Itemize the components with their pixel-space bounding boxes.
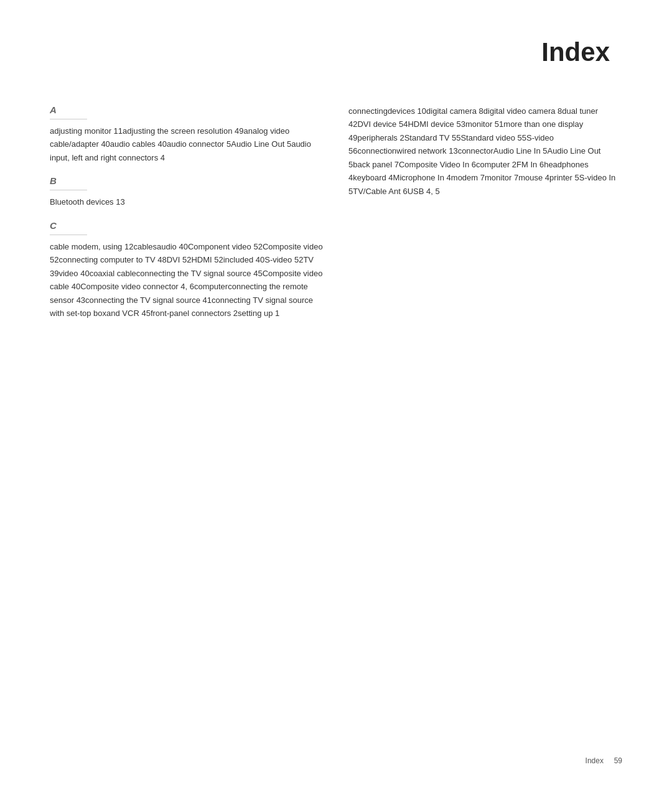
index-entry: included 40	[223, 255, 265, 264]
index-entry: computer 2	[476, 160, 516, 169]
index-entry: printer 5	[549, 173, 579, 182]
index-entry: and VCR 45	[106, 309, 151, 318]
index-entry: monitor 51	[465, 119, 503, 129]
index-entry: connecting the TV signal source 41	[85, 295, 212, 305]
section-letter: C	[50, 220, 324, 231]
index-section: Aadjusting monitor 11adjusting the scree…	[50, 105, 324, 164]
index-entry: Component video 52	[188, 242, 263, 251]
index-section: connectingdevices 10digital camera 8digi…	[348, 105, 622, 198]
index-entry: connecting computer to TV 48	[58, 255, 166, 264]
index-entry: setting up 1	[238, 309, 279, 318]
index-entry: mouse 4	[518, 173, 549, 182]
index-entry: front-panel connectors 2	[151, 309, 238, 318]
section-letter: A	[50, 105, 324, 115]
index-entry: video 40	[58, 269, 89, 278]
index-entry: digital video camera 8	[483, 106, 562, 116]
index-entry: connector	[458, 146, 493, 156]
index-entry: Microphone In 4	[393, 173, 451, 182]
right-column: connectingdevices 10digital camera 8digi…	[348, 105, 622, 331]
index-entry: cables	[133, 242, 157, 251]
index-entry: Bluetooth devices 13	[50, 197, 125, 207]
index-entry: wired network 13	[396, 146, 457, 156]
index-entry: adjusting monitor 11	[50, 126, 123, 136]
index-entry: FM In 6	[516, 160, 544, 169]
left-column: Aadjusting monitor 11adjusting the scree…	[50, 105, 324, 331]
index-entry: Audio Line Out 5	[231, 139, 291, 149]
index-entry: connecting the TV signal source 45	[136, 269, 263, 278]
index-entry: audio 40	[157, 242, 188, 251]
index-entry: peripherals 2	[357, 133, 404, 142]
index-entry: DVI 52	[167, 255, 192, 264]
index-entry: back panel 7	[353, 160, 399, 169]
index-entry: Audio Line In 5	[493, 146, 548, 156]
index-entry: USB 4, 5	[408, 187, 440, 196]
index-entry: modem 7	[451, 173, 485, 182]
index-entry: audio cables 40	[110, 139, 167, 149]
index-entry: coaxial cable	[90, 269, 136, 278]
index-entry: devices 10	[388, 106, 426, 116]
index-entry: monitor 7	[485, 173, 518, 182]
index-entry: DVI device 54	[357, 119, 408, 129]
index-section: Ccable modem, using 12cablesaudio 40Comp…	[50, 220, 324, 320]
index-entry: computer	[194, 282, 228, 291]
page-title: Index	[50, 37, 622, 67]
footer: Index 59	[586, 756, 622, 765]
content-area: Aadjusting monitor 11adjusting the scree…	[50, 105, 622, 331]
index-entry: S-video 52	[264, 255, 303, 264]
index-entry: connection	[357, 146, 396, 156]
page-container: Index Aadjusting monitor 11adjusting the…	[0, 0, 672, 790]
index-entry: digital camera 8	[426, 106, 483, 116]
index-entry: adjusting the screen resolution 49	[123, 126, 243, 136]
index-entry: Standard TV 55	[404, 133, 461, 142]
index-entry: TV/Cable Ant 6	[353, 187, 407, 196]
footer-label: Index	[586, 756, 604, 765]
index-section: BBluetooth devices 13	[50, 175, 324, 208]
index-entry: audio connector 5	[167, 139, 231, 149]
index-entry: Composite Video In 6	[399, 160, 476, 169]
section-letter: B	[50, 175, 324, 186]
index-entry: connecting	[348, 106, 388, 116]
index-entry: HDMI device 53	[408, 119, 465, 129]
index-entry: HDMI 52	[191, 255, 223, 264]
index-entry: Composite video connector 4, 6	[80, 282, 194, 291]
index-entry: keyboard 4	[353, 173, 393, 182]
index-entry: cable modem, using 12	[50, 242, 133, 251]
index-entry: Standard video 55	[460, 133, 526, 142]
footer-page-number: 59	[614, 756, 622, 765]
